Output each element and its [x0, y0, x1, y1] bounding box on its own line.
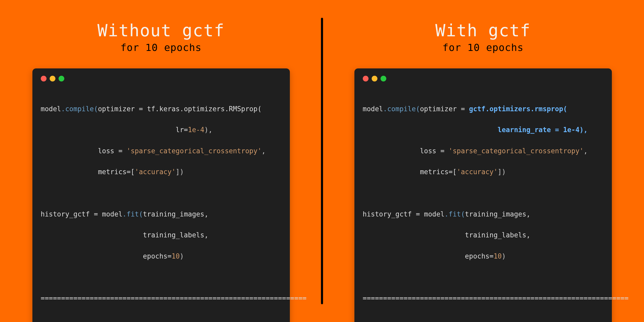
maximize-icon — [59, 76, 64, 81]
maximize-icon — [381, 76, 386, 81]
code-token: epochs= — [41, 252, 172, 260]
code-token: 'accuracy' — [135, 168, 176, 176]
code-token: model — [41, 105, 61, 113]
close-icon — [363, 76, 369, 81]
left-subtitle: for 10 epochs — [120, 42, 202, 53]
code-token: ]) — [176, 168, 184, 176]
code-token: ) — [180, 252, 184, 260]
code-token: metrics=[ — [363, 168, 457, 176]
code-token: 'accuracy' — [457, 168, 498, 176]
code-token-highlight: learning_rate = 1e-4), — [498, 126, 588, 134]
code-token: 10 — [493, 252, 502, 260]
code-token: optimizer = tf.keras.optimizers.RMSprop( — [98, 105, 262, 113]
right-code: model.compile(optimizer = gctf.optimizer… — [363, 93, 603, 322]
code-token: , — [262, 147, 266, 155]
code-token: .fit( — [445, 210, 465, 218]
right-column: With gctf for 10 epochs model.compile(op… — [322, 0, 644, 322]
right-terminal: model.compile(optimizer = gctf.optimizer… — [354, 68, 612, 322]
code-token: training_images, — [465, 210, 530, 218]
code-token: history_gctf = model — [41, 210, 123, 218]
code-token: .compile( — [383, 105, 420, 113]
code-separator: ========================================… — [41, 294, 307, 302]
code-separator: ========================================… — [363, 294, 629, 302]
right-subtitle: for 10 epochs — [442, 42, 524, 53]
comparison-page: Without gctf for 10 epochs model.compile… — [0, 0, 644, 322]
left-column: Without gctf for 10 epochs model.compile… — [0, 0, 322, 322]
code-token-highlight: gctf.optimizers.rmsprop( — [469, 105, 567, 113]
code-token: lr= — [41, 126, 188, 134]
code-token: 10 — [171, 252, 180, 260]
left-title: Without gctf — [97, 21, 225, 40]
code-token: model — [363, 105, 383, 113]
code-token: training_labels, — [363, 231, 531, 239]
left-terminal: model.compile(optimizer = tf.keras.optim… — [32, 68, 290, 322]
code-token: optimizer = — [420, 105, 469, 113]
code-token: ]) — [498, 168, 506, 176]
code-token: history_gctf = model — [363, 210, 445, 218]
code-token: 1e-4 — [188, 126, 204, 134]
code-token — [363, 126, 498, 134]
code-token: ) — [502, 252, 506, 260]
close-icon — [41, 76, 47, 81]
code-token: metrics=[ — [41, 168, 135, 176]
code-token: epochs= — [363, 252, 494, 260]
window-controls — [363, 76, 603, 81]
code-token: loss = — [41, 147, 127, 155]
code-token: 'sparse_categorical_crossentropy' — [448, 147, 584, 155]
minimize-icon — [50, 76, 55, 81]
right-title: With gctf — [435, 21, 531, 40]
code-token: 'sparse_categorical_crossentropy' — [126, 147, 262, 155]
window-controls — [41, 76, 281, 81]
vertical-divider — [321, 18, 323, 304]
code-token: training_labels, — [41, 231, 209, 239]
left-code: model.compile(optimizer = tf.keras.optim… — [41, 93, 281, 322]
code-token: loss = — [363, 147, 449, 155]
code-token: .fit( — [123, 210, 143, 218]
code-token: training_images, — [143, 210, 208, 218]
minimize-icon — [372, 76, 377, 81]
code-token: .compile( — [61, 105, 98, 113]
code-token: ), — [204, 126, 212, 134]
code-token: , — [584, 147, 588, 155]
